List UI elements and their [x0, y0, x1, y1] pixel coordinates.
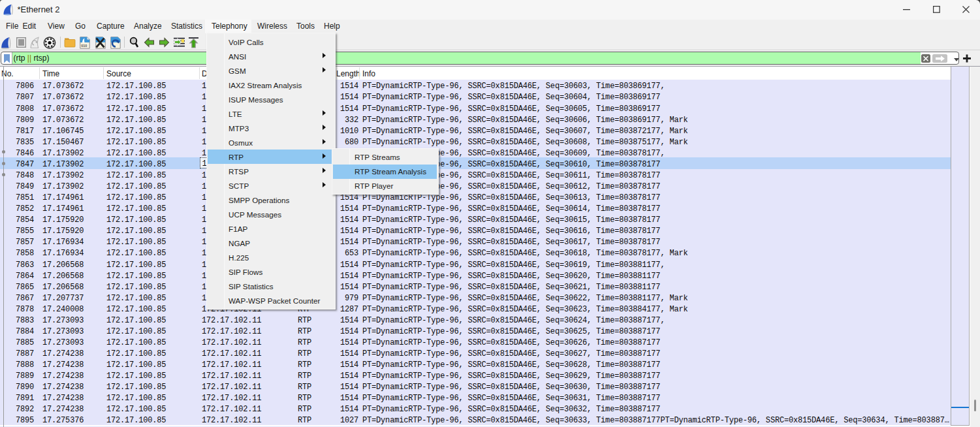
- svg-text:010: 010: [81, 44, 87, 48]
